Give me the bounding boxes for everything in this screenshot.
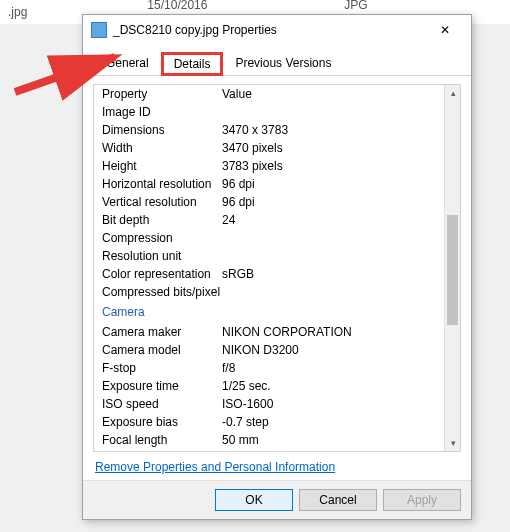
property-grid: Property Value Image ID Dimensions3470 x… xyxy=(94,85,444,451)
tab-details[interactable]: Details xyxy=(161,52,224,76)
scrollbar[interactable]: ▴ ▾ xyxy=(444,85,460,451)
row-image-id[interactable]: Image ID xyxy=(94,103,444,121)
file-icon xyxy=(91,22,107,38)
row-width[interactable]: Width3470 pixels xyxy=(94,139,444,157)
row-exposure-bias[interactable]: Exposure bias-0.7 step xyxy=(94,413,444,431)
window-title: _DSC8210 copy.jpg Properties xyxy=(113,23,425,37)
scroll-down-button[interactable]: ▾ xyxy=(445,435,461,451)
col-value: Value xyxy=(222,85,436,103)
row-f-stop[interactable]: F-stopf/8 xyxy=(94,359,444,377)
row-horizontal-resolution[interactable]: Horizontal resolution96 dpi xyxy=(94,175,444,193)
section-camera: Camera xyxy=(94,301,444,323)
apply-button[interactable]: Apply xyxy=(383,489,461,511)
remove-properties-link[interactable]: Remove Properties and Personal Informati… xyxy=(95,460,335,474)
row-vertical-resolution[interactable]: Vertical resolution96 dpi xyxy=(94,193,444,211)
bg-filename: .jpg xyxy=(8,5,27,19)
row-compressed-bits-pixel[interactable]: Compressed bits/pixel xyxy=(94,283,444,301)
button-bar: OK Cancel Apply xyxy=(83,480,471,519)
tab-previous-versions[interactable]: Previous Versions xyxy=(222,51,344,75)
close-icon: ✕ xyxy=(440,23,450,37)
col-property: Property xyxy=(102,85,222,103)
row-camera-maker[interactable]: Camera makerNIKON CORPORATION xyxy=(94,323,444,341)
cancel-button[interactable]: Cancel xyxy=(299,489,377,511)
scroll-thumb[interactable] xyxy=(447,215,458,325)
row-iso-speed[interactable]: ISO speedISO-1600 xyxy=(94,395,444,413)
tab-strip: General Details Previous Versions xyxy=(83,45,471,76)
row-resolution-unit[interactable]: Resolution unit xyxy=(94,247,444,265)
details-pane: Property Value Image ID Dimensions3470 x… xyxy=(93,84,461,452)
ok-button[interactable]: OK xyxy=(215,489,293,511)
row-max-aperture[interactable]: Max aperture xyxy=(94,449,444,451)
grid-header: Property Value xyxy=(94,85,444,103)
properties-dialog: _DSC8210 copy.jpg Properties ✕ General D… xyxy=(82,14,472,520)
tab-general[interactable]: General xyxy=(93,51,162,75)
titlebar: _DSC8210 copy.jpg Properties ✕ xyxy=(83,15,471,45)
bottom-link-area: Remove Properties and Personal Informati… xyxy=(83,460,471,480)
row-camera-model[interactable]: Camera modelNIKON D3200 xyxy=(94,341,444,359)
row-color-representation[interactable]: Color representationsRGB xyxy=(94,265,444,283)
row-compression[interactable]: Compression xyxy=(94,229,444,247)
row-focal-length[interactable]: Focal length50 mm xyxy=(94,431,444,449)
scroll-up-button[interactable]: ▴ xyxy=(445,85,461,101)
close-button[interactable]: ✕ xyxy=(425,18,465,42)
row-bit-depth[interactable]: Bit depth24 xyxy=(94,211,444,229)
row-height[interactable]: Height3783 pixels xyxy=(94,157,444,175)
row-exposure-time[interactable]: Exposure time1/25 sec. xyxy=(94,377,444,395)
row-dimensions[interactable]: Dimensions3470 x 3783 xyxy=(94,121,444,139)
